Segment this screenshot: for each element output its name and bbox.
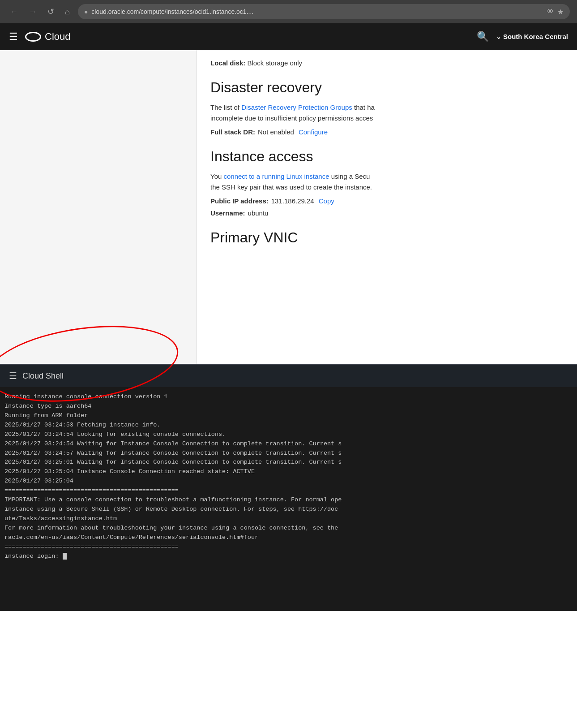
- terminal-line: 2025/01/27 03:24:53 Fetching instance in…: [4, 421, 573, 430]
- terminal-line: Running instance console connection vers…: [4, 392, 573, 402]
- terminal-line: 2025/01/27 03:25:04 Instance Console Con…: [4, 467, 573, 477]
- dr-body-text-1: The list of: [210, 103, 241, 111]
- terminal-cursor: [63, 553, 67, 560]
- copy-ip-link[interactable]: Copy: [319, 197, 334, 205]
- terminal-line: 2025/01/27 03:25:04: [4, 477, 573, 486]
- dr-protection-groups-link[interactable]: Disaster Recovery Protection Groups: [241, 103, 352, 111]
- disaster-recovery-heading: Disaster recovery: [210, 79, 564, 96]
- nav-back-button[interactable]: ←: [7, 5, 21, 18]
- url-text: cloud.oracle.com/compute/instances/ocid1…: [91, 8, 543, 15]
- right-panel: Local disk: Block storage only Disaster …: [197, 50, 577, 364]
- region-label: South Korea Central: [503, 33, 568, 40]
- username-label: Username:: [210, 209, 245, 217]
- cloud-shell-menu-icon[interactable]: ☰: [9, 370, 17, 381]
- nav-reload-button[interactable]: ↺: [45, 5, 57, 18]
- terminal[interactable]: Running instance console connection vers…: [0, 387, 577, 611]
- browser-bar: ← → ↺ ⌂ ● cloud.oracle.com/compute/insta…: [0, 0, 577, 23]
- dr-body-text-3: incomplete due to insufficient policy pe…: [210, 114, 373, 122]
- eye-icon: 👁: [547, 8, 554, 16]
- terminal-line: ute/Tasks/accessinginstance.htm: [4, 514, 573, 524]
- region-selector[interactable]: ⌄ South Korea Central: [496, 33, 568, 40]
- nav-home-button[interactable]: ⌂: [62, 5, 73, 18]
- terminal-line: 2025/01/27 03:24:54 Waiting for Instance…: [4, 439, 573, 449]
- local-disk-row: Local disk: Block storage only: [210, 50, 564, 67]
- public-ip-value: 131.186.29.24: [271, 197, 314, 205]
- instance-access-heading: Instance access: [210, 148, 564, 165]
- terminal-line: IMPORTANT: Use a console connection to t…: [4, 495, 573, 505]
- terminal-line: ========================================…: [4, 486, 573, 495]
- annotation-overlay: ☰ Cloud Shell: [0, 364, 577, 387]
- terminal-line: instance login:: [4, 552, 573, 561]
- terminal-line: 2025/01/27 03:24:57 Waiting for Instance…: [4, 449, 573, 458]
- cloud-shell-title: Cloud Shell: [22, 371, 64, 381]
- address-bar[interactable]: ● cloud.oracle.com/compute/instances/oci…: [78, 4, 570, 19]
- oci-logo: Cloud: [25, 31, 70, 43]
- main-layout: Local disk: Block storage only Disaster …: [0, 50, 577, 364]
- instance-access-body: You connect to a running Linux instance …: [210, 171, 564, 193]
- ia-body-text-2: using a Secu: [329, 172, 370, 180]
- ia-body-text-3: the SSH key pair that was used to create…: [210, 183, 372, 191]
- terminal-line: ========================================…: [4, 543, 573, 552]
- ia-body-text-1: You: [210, 172, 223, 180]
- terminal-line: Running from ARM folder: [4, 411, 573, 421]
- search-icon[interactable]: 🔍: [477, 31, 489, 43]
- terminal-line: 2025/01/27 03:25:01 Waiting for Instance…: [4, 458, 573, 467]
- local-disk-label: Local disk:: [210, 59, 245, 67]
- oracle-logo-oval: [25, 32, 41, 42]
- chevron-down-icon: ⌄: [496, 33, 501, 40]
- cloud-shell-bar: ☰ Cloud Shell: [0, 364, 577, 387]
- left-panel: [0, 50, 197, 364]
- terminal-line: instance using a Secure Shell (SSH) or R…: [4, 505, 573, 514]
- local-disk-value: Block storage only: [248, 59, 303, 67]
- dr-body-text-2: that ha: [352, 103, 375, 111]
- configure-link[interactable]: Configure: [299, 128, 328, 136]
- username-value: ubuntu: [248, 209, 269, 217]
- full-stack-dr-label: Full stack DR:: [210, 128, 255, 136]
- terminal-line: racle.com/en-us/iaas/Content/Compute/Ref…: [4, 533, 573, 543]
- primary-vnic-heading: Primary VNIC: [210, 229, 564, 246]
- full-stack-dr-row: Full stack DR: Not enabled Configure: [210, 128, 564, 136]
- star-icon: ★: [557, 8, 564, 16]
- full-stack-dr-value: Not enabled: [258, 128, 294, 136]
- terminal-line: Instance type is aarch64: [4, 402, 573, 411]
- nav-forward-button[interactable]: →: [26, 5, 39, 18]
- terminal-line: For more information about troubleshooti…: [4, 524, 573, 533]
- oci-header: ☰ Cloud 🔍 ⌄ South Korea Central: [0, 23, 577, 50]
- terminal-line: 2025/01/27 03:24:54 Looking for existing…: [4, 430, 573, 439]
- oracle-cloud-text: Cloud: [45, 31, 70, 43]
- connect-linux-link[interactable]: connect to a running Linux instance: [223, 172, 329, 180]
- security-icon: ●: [84, 8, 88, 15]
- username-row: Username: ubuntu: [210, 209, 564, 217]
- disaster-recovery-body: The list of Disaster Recovery Protection…: [210, 102, 564, 124]
- public-ip-row: Public IP address: 131.186.29.24 Copy: [210, 197, 564, 205]
- hamburger-menu-icon[interactable]: ☰: [9, 31, 18, 43]
- public-ip-label: Public IP address:: [210, 197, 269, 205]
